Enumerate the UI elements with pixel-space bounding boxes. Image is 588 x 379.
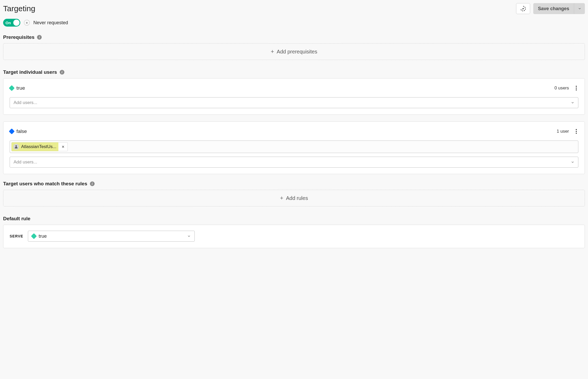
kebab-menu-button[interactable] bbox=[574, 127, 578, 135]
user-chip[interactable]: AtlassianTestUs... bbox=[11, 142, 59, 151]
chevron-down-icon bbox=[578, 7, 581, 10]
diamond-icon bbox=[9, 129, 15, 135]
save-dropdown-button[interactable] bbox=[574, 3, 585, 14]
chevron-down-icon bbox=[187, 234, 191, 238]
user-chip-label: AtlassianTestUs... bbox=[21, 144, 56, 149]
svg-point-0 bbox=[15, 145, 17, 147]
serve-select[interactable]: true bbox=[28, 231, 195, 242]
request-status-label: Never requested bbox=[33, 20, 68, 26]
rules-heading: Target users who match these rules bbox=[3, 181, 87, 187]
add-prerequisites-button[interactable]: + Add prerequisites bbox=[3, 43, 585, 60]
default-rule-heading: Default rule bbox=[3, 216, 30, 222]
plus-icon: + bbox=[271, 48, 274, 55]
info-icon[interactable]: i bbox=[90, 181, 95, 186]
add-users-input-true[interactable]: Add users... bbox=[10, 97, 578, 108]
variation-name: true bbox=[16, 85, 25, 91]
targeting-toggle[interactable]: On bbox=[3, 19, 20, 27]
prerequisites-heading: Prerequisites bbox=[3, 34, 34, 40]
status-history-button[interactable] bbox=[516, 3, 530, 14]
save-button[interactable]: Save changes bbox=[533, 3, 574, 14]
close-icon bbox=[61, 145, 65, 149]
info-icon[interactable]: i bbox=[60, 70, 64, 75]
placeholder-text: Add users... bbox=[14, 160, 37, 165]
default-rule-panel: SERVE true bbox=[3, 225, 585, 248]
add-rules-button[interactable]: + Add rules bbox=[3, 190, 585, 206]
add-rules-label: Add rules bbox=[286, 195, 308, 201]
variation-panel-true: true 0 users Add users... bbox=[3, 78, 585, 115]
avatar-icon bbox=[13, 144, 19, 150]
user-chip-container[interactable]: AtlassianTestUs... bbox=[10, 140, 578, 153]
chevron-down-icon bbox=[571, 160, 574, 164]
kebab-menu-button[interactable] bbox=[574, 84, 578, 92]
user-count-label: 0 users bbox=[554, 85, 569, 91]
serve-label: SERVE bbox=[10, 234, 23, 238]
insights-add-icon[interactable]: + bbox=[24, 20, 30, 26]
chevron-down-icon bbox=[571, 101, 574, 105]
add-prerequisites-label: Add prerequisites bbox=[277, 49, 317, 55]
add-users-input-false[interactable]: Add users... bbox=[10, 157, 578, 168]
placeholder-text: Add users... bbox=[14, 100, 37, 105]
diamond-icon bbox=[31, 233, 37, 239]
remove-chip-button[interactable] bbox=[58, 142, 68, 151]
diamond-icon bbox=[9, 85, 15, 91]
user-count-label: 1 user bbox=[557, 129, 569, 134]
variation-name: false bbox=[16, 129, 27, 134]
info-icon[interactable]: i bbox=[37, 35, 42, 40]
toggle-knob bbox=[13, 20, 20, 26]
status-spinner-icon bbox=[520, 5, 526, 12]
plus-icon: + bbox=[280, 195, 283, 201]
target-individual-heading: Target individual users bbox=[3, 69, 57, 75]
toggle-label: On bbox=[5, 21, 11, 25]
serve-value: true bbox=[39, 234, 47, 239]
page-title: Targeting bbox=[3, 4, 35, 13]
variation-panel-false: false 1 user AtlassianTestUs... Add user… bbox=[3, 121, 585, 174]
